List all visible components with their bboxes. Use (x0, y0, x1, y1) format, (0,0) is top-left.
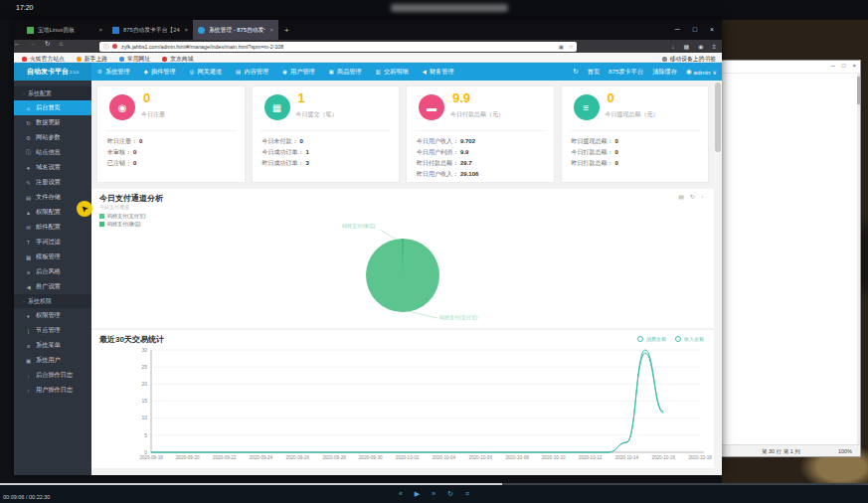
tab-close-icon[interactable]: × (98, 27, 102, 33)
sidebar-item-link[interactable]: T字词过滤 (14, 235, 91, 250)
stat-detail-row: 今日成功订单：1 (262, 148, 309, 159)
bullet-icon: · (23, 298, 25, 304)
sidebar-item-link[interactable]: |节点管理 (14, 323, 91, 338)
svg-text:2020-10-16: 2020-10-16 (651, 455, 675, 460)
sidebar-item-link[interactable]: ≡后台风格 (14, 264, 91, 279)
stat-detail-row: 今日未付款：0 (262, 137, 309, 148)
prev-icon[interactable]: « (399, 490, 403, 498)
top-nav-item[interactable]: ◉用户管理 (282, 68, 315, 77)
minimize-icon[interactable]: ─ (831, 63, 835, 70)
top-nav-item[interactable]: ▤内容管理 (236, 68, 268, 77)
header-link[interactable]: 875发卡平台 (608, 68, 643, 77)
mouse-cursor-highlight: ➤ (77, 201, 92, 217)
notepad-scrollbar-thumb[interactable] (857, 77, 860, 104)
sidebar-item-label: 权限配置 (36, 208, 61, 217)
top-nav-item[interactable]: ⚙系统管理 (97, 68, 130, 77)
sidebar-item-label: 站点信息 (36, 148, 61, 157)
home2-icon: ⌂ (25, 105, 32, 111)
stat-label: 今日注册 (141, 110, 165, 119)
pie-slice-label: 码特支付(微信) (342, 223, 375, 229)
bookmark-star-icon[interactable]: ☆ (569, 44, 574, 50)
extensions-icon[interactable]: ▦ (684, 43, 690, 51)
loop-icon[interactable]: ↻ (447, 490, 453, 498)
svg-text:2020-10-10: 2020-10-10 (542, 455, 566, 460)
next-icon[interactable]: » (432, 490, 435, 498)
url-input[interactable]: ⓘ zyfk.jahbs1.com/admin.html#/manage/ind… (99, 42, 577, 52)
main-content: ◉0今日注册昨日注册：0未审核：0已注销：0▦1今日提交（笔）今日未付款：0今日… (91, 81, 714, 475)
sidebar-item-link[interactable]: ●域名设置 (14, 160, 91, 175)
sidebar-item-link[interactable]: ✎注册设置 (14, 175, 91, 190)
url-text[interactable]: zyfk.jahbs1.com/admin.html#/manage/index… (121, 44, 283, 50)
top-nav-item[interactable]: ◆插件管理 (144, 68, 176, 77)
new-tab-button[interactable]: + (284, 26, 289, 35)
stat-detail-row: 今日用户利润：9.9 (417, 148, 478, 159)
browser-tab[interactable]: 875自动发卡平台【24小时× (107, 20, 193, 40)
sidebar-item-link[interactable]: ⓘ站点信息 (14, 145, 91, 160)
tab-favicon-icon (112, 27, 119, 34)
sidebar-item-link[interactable]: ✉邮件配置 (14, 220, 91, 235)
downloads-icon[interactable]: ↓ (672, 43, 675, 51)
header-link[interactable]: 首页 (588, 68, 600, 77)
maximize-icon[interactable]: □ (693, 25, 697, 34)
line-chart: 0510152025302020-09-182020-09-202020-09-… (91, 330, 714, 468)
copy-icon[interactable]: ▣ (559, 44, 564, 50)
svg-text:2020-10-14: 2020-10-14 (615, 455, 639, 460)
header-link[interactable]: 清除缓存 (652, 68, 677, 77)
stat-detail-value: 0 (615, 138, 618, 144)
close-icon[interactable]: × (852, 63, 856, 70)
stat-detail-rows: 昨日提现总额：0今日打款总额：0昨日打款总额：0 (572, 137, 618, 170)
sidebar-item-link[interactable]: ↻数据更新 (14, 115, 91, 130)
goods-icon: ▣ (329, 69, 334, 75)
page-scrollbar-thumb[interactable] (715, 83, 721, 152)
finance-icon: ◀ (423, 69, 427, 75)
notepad-scrollbar[interactable] (857, 74, 860, 445)
account-icon[interactable]: ◉ (698, 43, 703, 51)
stat-detail-row: 昨日用户收入：29.106 (417, 170, 478, 181)
top-nav-item[interactable]: ◀财务管理 (423, 68, 454, 77)
forward-icon[interactable]: → (30, 40, 37, 48)
page-scrollbar[interactable] (714, 81, 722, 475)
player-progress-played (0, 483, 502, 485)
back-icon[interactable]: ← (14, 40, 21, 48)
sidebar-item-link[interactable]: ▦模板管理 (14, 250, 91, 264)
menu-icon[interactable]: ≡ (465, 490, 469, 498)
sidebar-item-link[interactable]: ♦权限管理 (14, 308, 91, 323)
shield-icon[interactable]: ⓘ (103, 44, 109, 51)
home-icon[interactable]: ⌂ (59, 40, 63, 48)
stat-detail-row: 今日打款总额：0 (572, 148, 618, 159)
bookmark-favicon-icon (119, 57, 124, 62)
logup-icon: ↑ (25, 388, 32, 394)
stat-detail-label: 昨日付款总额： (417, 160, 458, 166)
tab-close-icon[interactable]: × (269, 27, 273, 33)
menu-icon[interactable]: ≡ (712, 43, 716, 51)
tab-title: 系统管理 - 875自动发卡平台 (209, 26, 265, 35)
browser-tab[interactable]: 系统管理 - 875自动发卡平台× (193, 20, 278, 40)
close-icon[interactable]: × (710, 25, 714, 34)
sidebar-section-header[interactable]: ·系统配置 (14, 86, 91, 100)
stat-label: 今日提现总额（元） (606, 110, 659, 119)
logdown-icon: ↓ (25, 373, 32, 379)
top-nav-item[interactable]: ▥交易明细 (376, 68, 409, 77)
top-nav-item[interactable]: ▣商品管理 (329, 68, 362, 77)
sidebar-item-link[interactable]: ◀推广设置 (14, 279, 91, 294)
maximize-icon[interactable]: □ (842, 63, 846, 70)
edit-icon: ✎ (25, 180, 32, 186)
stat-detail-value: 0 (133, 149, 136, 155)
play-icon[interactable]: ▶ (415, 490, 420, 498)
sidebar-item-active[interactable]: ⌂后台首页 (14, 100, 91, 115)
sidebar: ·系统配置⌂后台首页↻数据更新⚙网站参数ⓘ站点信息●域名设置✎注册设置▤文件存储… (14, 81, 91, 475)
sidebar-section-header[interactable]: ·系统权限 (14, 294, 91, 308)
refresh-icon[interactable]: ↻ (573, 68, 578, 76)
reload-icon[interactable]: ↻ (45, 40, 50, 48)
sidebar-item-link[interactable]: ↑用户操作日志 (14, 383, 91, 398)
tab-close-icon[interactable]: × (184, 27, 188, 33)
top-nav-item[interactable]: ◎网关通道 (190, 68, 223, 77)
sidebar-item-link[interactable]: ▣系统用户 (14, 353, 91, 368)
sidebar-item-link[interactable]: ↓后台操作日志 (14, 368, 91, 383)
minimize-icon[interactable]: ─ (675, 25, 680, 34)
sidebar-item-link[interactable]: ≡系统菜单 (14, 338, 91, 353)
stat-detail-row: 昨日注册：0 (107, 137, 142, 148)
browser-tab[interactable]: 宝塔Linux面板× (22, 20, 107, 40)
user-menu[interactable]: ◉ admin ∨ (686, 68, 717, 76)
sidebar-item-link[interactable]: ⚙网站参数 (14, 130, 91, 145)
